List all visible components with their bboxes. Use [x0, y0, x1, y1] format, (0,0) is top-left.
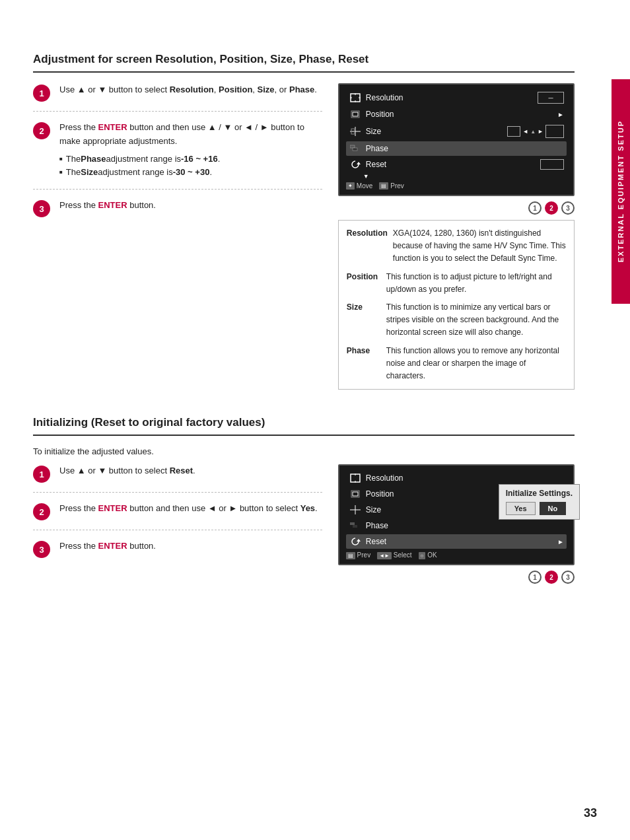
step3: 3 Press the ENTER button. [33, 199, 322, 227]
osd-reset: Reset [346, 157, 567, 172]
resolution-icon [349, 92, 362, 103]
phase-icon [349, 143, 362, 154]
osd-reset-label: Reset [366, 160, 540, 169]
step-counters1: 1 2 3 [338, 201, 575, 215]
osd2-resolution-icon [349, 473, 362, 483]
sc2-3: 3 [561, 571, 575, 584]
sc1-2: 2 [545, 201, 558, 215]
init-yes-btn[interactable]: Yes [506, 502, 536, 515]
osd2-phase-icon [349, 520, 362, 531]
reset-icon [349, 159, 362, 170]
svg-rect-22 [350, 522, 355, 525]
osd-box2: Resolution Position Size [338, 464, 575, 565]
step1-bold4: Phase [289, 85, 314, 94]
svg-rect-19 [353, 492, 358, 496]
init-no-btn[interactable]: No [540, 502, 567, 515]
osd-slider: ─ [538, 92, 564, 104]
page-number: 33 [584, 806, 597, 820]
sc2-2: 2 [545, 571, 558, 584]
step2-enter: ENTER [98, 122, 127, 132]
desc-phase-label: Phase [347, 345, 386, 357]
osd2-size-icon [349, 505, 362, 515]
step3-text: Press the ENTER button. [59, 199, 156, 213]
s2-step2-circle: 2 [33, 503, 50, 520]
bullet1: The Phase adjustment range is -16 ~ +16. [59, 153, 322, 166]
step3-circle: 3 [33, 200, 50, 217]
desc-resolution-text: XGA(1024, 1280, 1360) isn't distinguishe… [393, 227, 566, 265]
step1-bold1: Resolution [170, 85, 214, 94]
sc2-1: 1 [528, 571, 542, 584]
osd2-reset-icon [349, 536, 362, 547]
osd2-resolution-label: Resolution [366, 473, 564, 483]
osd-position: Position ► [346, 107, 567, 122]
osd-position-arrow: ► [557, 111, 564, 118]
osd2-prev: ▤ Prev [346, 551, 370, 559]
s2-step3-text: Press the ENTER button. [59, 540, 156, 553]
step1: 1 Use ▲ or ▼ button to select Resolution… [33, 83, 322, 112]
init-btns: Yes No [506, 502, 573, 515]
s2-step1-circle: 1 [33, 466, 50, 483]
desc-position-text: This function is to adjust picture to le… [386, 271, 566, 296]
svg-rect-6 [353, 112, 358, 116]
osd2-select: ◄► Select [377, 551, 411, 559]
osd2-reset: Reset ► [346, 534, 567, 549]
svg-rect-12 [353, 148, 357, 151]
section1-steps: 1 Use ▲ or ▼ button to select Resolution… [33, 83, 322, 400]
osd-size-widget: ◄ ▲ ► [507, 125, 564, 138]
osd-reset-widget [540, 159, 564, 170]
svg-marker-24 [357, 539, 361, 542]
osd-resolution-label: Resolution [366, 93, 538, 102]
osd-phase-label: Phase [366, 144, 564, 153]
osd2-reset-label: Reset [366, 537, 557, 546]
section2-steps: 1 Use ▲ or ▼ button to select Reset. 2 P… [33, 464, 322, 589]
osd-phase: Phase [346, 141, 567, 156]
osd-resolution-widget: ─ [538, 92, 564, 104]
desc-size-label: Size [347, 301, 386, 314]
section2: Initializing (Reset to original factory … [33, 416, 575, 589]
section1-divider [33, 71, 575, 73]
size-icon [349, 126, 362, 137]
section1-right: Resolution ─ Position ► [338, 83, 575, 400]
side-tab: EXTERNAL EQUIPMENT SETUP [612, 79, 630, 304]
desc-phase-text: This function allows you to remove any h… [386, 345, 566, 383]
init-popup-title: Initialize Settings. [506, 489, 573, 498]
svg-marker-14 [357, 162, 361, 164]
desc-position: Position This function is to adjust pict… [347, 271, 566, 296]
osd-size-small [507, 126, 520, 137]
s2-step1: 1 Use ▲ or ▼ button to select Reset. [33, 464, 322, 493]
step1-bold2: Position [219, 85, 252, 94]
bullet2: The Size adjustment range is -30 ~ +30. [59, 166, 322, 180]
svg-rect-10 [350, 145, 355, 148]
s2-step1-bold: Reset [170, 466, 193, 475]
s2-step3-enter: ENTER [98, 541, 127, 551]
osd-resolution: Resolution ─ [346, 90, 567, 106]
step2-text: Press the ENTER button and then use ▲ / … [59, 121, 322, 180]
init-popup: Initialize Settings. Yes No [499, 484, 580, 520]
desc-phase: Phase This function allows you to remove… [347, 345, 566, 383]
osd2-ok: ○ OK [419, 551, 437, 559]
step1-text: Use ▲ or ▼ button to select Resolution, … [59, 83, 317, 97]
s2-step3-circle: 3 [33, 541, 50, 558]
desc-resolution-label: Resolution [347, 227, 393, 240]
step3-enter: ENTER [98, 200, 127, 210]
osd-size-label: Size [366, 127, 507, 136]
section2-right: Resolution Position Size [338, 464, 575, 589]
osd2-reset-arrow: ► [557, 538, 564, 545]
osd-size: Size ◄ ▲ ► [346, 123, 567, 140]
step2: 2 Press the ENTER button and then use ▲ … [33, 121, 322, 190]
s2-step2-enter: ENTER [98, 503, 127, 513]
osd2-position-icon [349, 489, 362, 499]
osd-indicator: ▼ [363, 173, 567, 180]
sc1-1: 1 [528, 201, 542, 215]
section1-title: Adjustment for screen Resolution, Positi… [33, 53, 575, 66]
sc1-3: 3 [561, 201, 575, 215]
desc-box1: Resolution XGA(1024, 1280, 1360) isn't d… [338, 220, 575, 390]
side-tab-text: EXTERNAL EQUIPMENT SETUP [617, 120, 625, 262]
osd-position-label: Position [366, 110, 557, 119]
step2-circle: 2 [33, 122, 50, 139]
section2-title: Initializing (Reset to original factory … [33, 416, 575, 429]
osd2-resolution: Resolution [346, 471, 567, 485]
section2-subtitle: To initialize the adjusted values. [33, 446, 575, 456]
s2-step2-bold: Yes [300, 503, 315, 513]
svg-rect-23 [353, 525, 357, 528]
